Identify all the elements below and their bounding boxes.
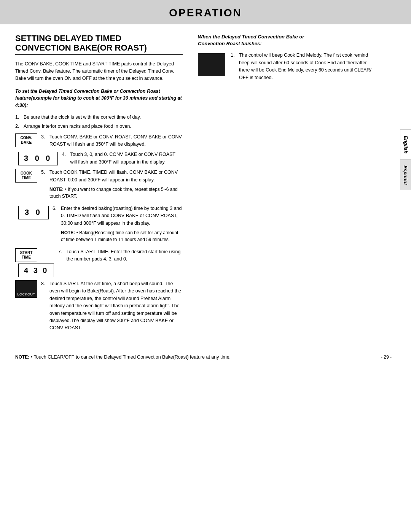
step-2-text: Arrange interior oven racks and place fo… [24, 123, 183, 130]
conv-bake-button[interactable]: CONV. BAKE [15, 133, 37, 147]
right-column: When the Delayed Timed Convection Bake o… [190, 33, 373, 334]
step-7-num: 7. [58, 248, 66, 256]
step-3-block: CONV. BAKE 3. Touch CONV. BAKE or CONV. … [15, 133, 183, 148]
step-2-num: 2. [15, 123, 24, 130]
side-tabs: English Español [400, 129, 411, 190]
step-6-note: NOTE: • Baking(Roasting) time can be set… [61, 229, 183, 243]
display-30: 3 0 [18, 206, 49, 219]
page-number: - 29 - [377, 354, 396, 360]
tab-espanol[interactable]: Español [400, 160, 411, 190]
step-8-num: 8. [41, 280, 49, 287]
page-header: OPERATION [0, 0, 411, 24]
page-title: OPERATION [0, 7, 411, 19]
display-300: 3 0 0 [18, 152, 58, 165]
step-1-num: 1. [15, 114, 24, 121]
tab-espanol-label: Español [403, 165, 408, 185]
step-4-block: 3 0 0 4. Touch 3, 0, and 0. CONV BAKE or… [15, 151, 183, 166]
right-step-1-num: 1. [231, 52, 239, 59]
tab-english[interactable]: English [400, 129, 411, 160]
tab-english-label: English [403, 136, 409, 154]
footer-note: NOTE: • Touch CLEAR/OFF to cancel the De… [0, 349, 411, 361]
right-step-1-text: The control will beep Cook End Melody. T… [239, 52, 373, 81]
step-4-num: 4. [62, 151, 70, 158]
italic-title: To set the Delayed Timed Convection Bake… [15, 88, 183, 109]
lockout-display: LOCKOUT [15, 280, 37, 298]
section-title: SETTING DELAYED TIMED CONVECTION BAKE(OR… [15, 33, 183, 55]
step-2: 2. Arrange interior oven racks and place… [15, 123, 183, 130]
step-1-text: Be sure that the clock is set with the c… [24, 114, 183, 121]
step-6-block: 3 0 6. Enter the desired baking(roasting… [15, 205, 183, 245]
step-7-block: START TIME 4 3 0 7. Touch START TIME. En… [15, 248, 183, 277]
right-black-square [198, 53, 225, 76]
step-5-text: Touch COOK TIME. TIMED will flash. CONV … [49, 169, 183, 184]
step-6-text: Enter the desired baking(roasting) time … [61, 205, 183, 227]
step-8-text: Touch START. At the set time, a short be… [49, 280, 183, 332]
step-7-text: Touch START TIME. Enter the desired star… [66, 248, 183, 263]
step-4-text: Touch 3, 0, and 0. CONV BAKE or CONV ROA… [70, 151, 183, 166]
step-5-note: NOTE: • If you want to change cook time,… [49, 186, 183, 200]
right-italic-title: When the Delayed Timed Convection Bake o… [198, 33, 373, 47]
intro-paragraph: The CONV BAKE, COOK TIME and START TIME … [15, 60, 183, 83]
left-column: SETTING DELAYED TIMED CONVECTION BAKE(OR… [15, 33, 190, 334]
display-430: 4 3 0 [18, 264, 54, 277]
step-5-num: 5. [41, 169, 49, 176]
step-3-num: 3. [41, 133, 49, 141]
step-6-num: 6. [53, 205, 61, 212]
step-3-text: Touch CONV. BAKE or CONV. ROAST. CONV BA… [49, 133, 183, 148]
main-content: SETTING DELAYED TIMED CONVECTION BAKE(OR… [0, 24, 388, 342]
right-step-1-block: 1. The control will beep Cook End Melody… [198, 52, 373, 81]
cook-time-button[interactable]: COOK TIME [15, 169, 37, 183]
start-time-button[interactable]: START TIME [15, 248, 37, 262]
step-1: 1. Be sure that the clock is set with th… [15, 114, 183, 121]
step-5-block: COOK TIME 5. Touch COOK TIME. TIMED will… [15, 169, 183, 202]
step-8-block: LOCKOUT 8. Touch START. At the set time,… [15, 280, 183, 332]
